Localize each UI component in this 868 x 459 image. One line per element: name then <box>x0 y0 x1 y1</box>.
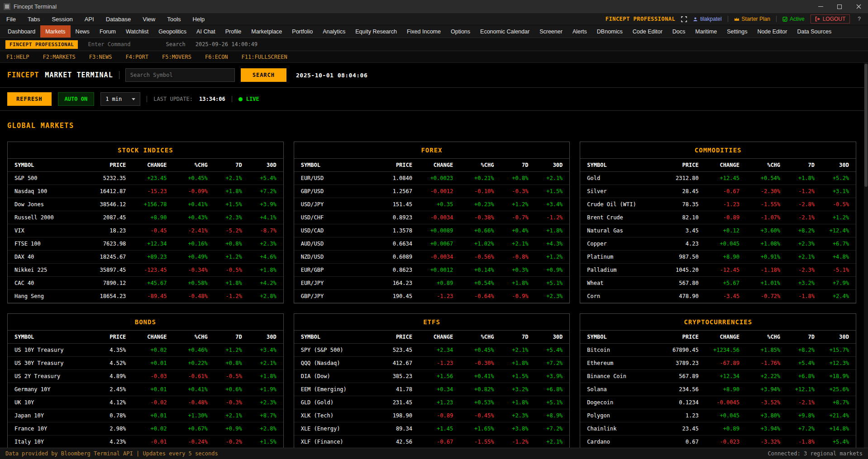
tab-news[interactable]: News <box>71 25 95 38</box>
tab-data-sources[interactable]: Data Sources <box>792 25 836 38</box>
tab-options[interactable]: Options <box>446 25 475 38</box>
tab-maritime[interactable]: Maritime <box>690 25 722 38</box>
tab-settings[interactable]: Settings <box>722 25 752 38</box>
table-row[interactable]: EUR/JPY164.23+0.89+0.54%+1.8%+5.1% <box>294 277 570 290</box>
table-row[interactable]: CAC 407890.12+45.67+0.58%+1.8%+4.2% <box>8 277 283 290</box>
table-row[interactable]: Nikkei 22535897.45-123.45-0.34%-0.5%+1.8… <box>8 264 283 277</box>
tab-dashboard[interactable]: Dashboard <box>3 25 40 38</box>
function-key-f3[interactable]: F3:NEWS <box>89 54 112 60</box>
function-key-f1[interactable]: F1:HELP <box>6 54 29 60</box>
table-row[interactable]: US 2Y Treasury4.89%-0.03-0.61%-0.5%+1.8% <box>8 370 283 383</box>
table-row[interactable]: UK 10Y4.12%-0.02-0.48%-0.3%+2.3% <box>8 396 283 409</box>
table-row[interactable]: Cardano0.67-0.023-3.32%-1.8%+5.4% <box>580 435 856 448</box>
table-row[interactable]: FTSE 1007623.98+12.34+0.16%+0.8%+2.3% <box>8 237 283 251</box>
tab-marketplace[interactable]: Marketplace <box>246 25 287 38</box>
table-row[interactable]: Japan 10Y0.78%+0.01+1.30%+2.1%+8.7% <box>8 409 283 422</box>
table-row[interactable]: Chainlink23.45+0.89+3.94%+7.2%+14.8% <box>580 422 856 435</box>
table-row[interactable]: US 10Y Treasury4.35%+0.02+0.46%+1.2%+3.4… <box>8 344 283 357</box>
symbol-search-input[interactable] <box>125 68 235 82</box>
function-key-f4[interactable]: F4:PORT <box>125 54 148 60</box>
table-row[interactable]: Hang Seng18654.23-89.45-0.48%-1.2%+2.8% <box>8 290 283 303</box>
interval-select[interactable]: 1 min <box>100 92 140 106</box>
table-row[interactable]: France 10Y2.98%+0.02+0.67%+0.9%+2.8% <box>8 422 283 435</box>
tab-code-editor[interactable]: Code Editor <box>628 25 668 38</box>
function-key-f5[interactable]: F5:MOVERS <box>162 54 191 60</box>
table-row[interactable]: Binance Coin567.89+12.34+2.22%+6.8%+18.9… <box>580 370 856 383</box>
close-icon[interactable] <box>849 0 868 13</box>
table-row[interactable]: USD/JPY151.45+0.35+0.23%+1.2%+3.4% <box>294 198 570 211</box>
table-row[interactable]: Bitcoin67890.45+1234.56+1.85%+8.2%+15.7% <box>580 344 856 357</box>
table-row[interactable]: SPY (S&P 500)523.45+2.34+0.45%+2.1%+5.4% <box>294 344 570 357</box>
table-row[interactable]: GLD (Gold)231.45+1.23+0.53%+1.8%+5.1% <box>294 396 570 409</box>
tab-portfolio[interactable]: Portfolio <box>287 25 318 38</box>
table-row[interactable]: Copper4.23+0.045+1.08%+2.3%+6.7% <box>580 237 856 251</box>
table-row[interactable]: EUR/USD1.0840+0.0023+0.21%+0.8%+2.1% <box>294 172 570 185</box>
menu-session[interactable]: Session <box>46 13 78 25</box>
menu-tabs[interactable]: Tabs <box>22 13 46 25</box>
table-row[interactable]: XLF (Finance)42.56-0.67-1.55%-1.2%+2.1% <box>294 435 570 448</box>
auto-refresh-toggle[interactable]: AUTO ON <box>58 92 95 106</box>
table-row[interactable]: Russell 20002087.45+8.90+0.43%+2.3%+4.1% <box>8 211 283 224</box>
help-icon[interactable]: ? <box>856 16 863 22</box>
command-search-button[interactable]: Search <box>166 41 185 47</box>
minimize-icon[interactable] <box>811 0 830 13</box>
refresh-button[interactable]: REFRESH <box>7 92 52 106</box>
table-row[interactable]: Ethereum3789.23-67.89-1.76%+5.4%+12.3% <box>580 357 856 370</box>
maximize-icon[interactable] <box>830 0 849 13</box>
table-row[interactable]: USD/CAD1.3578+0.0089+0.66%+0.4%+1.8% <box>294 224 570 237</box>
table-row[interactable]: Crude Oil (WTI)78.35-1.23-1.55%-2.8%-0.5… <box>580 198 856 211</box>
user-account[interactable]: tilakpatel <box>693 16 721 22</box>
tab-node-editor[interactable]: Node Editor <box>752 25 792 38</box>
table-row[interactable]: Wheat567.80+5.67+1.01%+3.2%+7.9% <box>580 277 856 290</box>
menu-api[interactable]: API <box>79 13 100 25</box>
table-row[interactable]: Solana234.56+8.90+3.94%+12.1%+25.6% <box>580 383 856 396</box>
scrollbar[interactable] <box>864 63 868 448</box>
table-row[interactable]: US 30Y Treasury4.52%+0.01+0.22%+0.8%+2.1… <box>8 357 283 370</box>
table-row[interactable]: USD/CHF0.8923-0.0034-0.38%-0.7%-1.2% <box>294 211 570 224</box>
table-row[interactable]: NZD/USD0.6089-0.0034-0.56%-0.8%+1.2% <box>294 251 570 264</box>
table-row[interactable]: Silver28.45-0.67-2.30%-1.2%+3.1% <box>580 185 856 198</box>
logout-button[interactable]: LOGOUT <box>811 14 850 24</box>
tab-forum[interactable]: Forum <box>95 25 121 38</box>
table-row[interactable]: VIX18.23-0.45-2.41%-5.2%-8.7% <box>8 224 283 237</box>
table-row[interactable]: Italy 10Y4.23%-0.01-0.24%-0.2%+1.5% <box>8 435 283 448</box>
menu-tools[interactable]: Tools <box>161 13 186 25</box>
table-row[interactable]: Brent Crude82.10-0.89-1.07%-2.1%+1.2% <box>580 211 856 224</box>
tab-geopolitics[interactable]: Geopolitics <box>153 25 191 38</box>
table-row[interactable]: Germany 10Y2.45%+0.01+0.41%+0.6%+1.9% <box>8 383 283 396</box>
tab-analytics[interactable]: Analytics <box>318 25 350 38</box>
menu-file[interactable]: File <box>5 13 22 25</box>
table-row[interactable]: QQQ (Nasdaq)412.67-1.23-0.30%+1.8%+7.2% <box>294 357 570 370</box>
table-row[interactable]: Dogecoin0.1234-0.0045-3.52%-2.1%+8.7% <box>580 396 856 409</box>
table-row[interactable]: GBP/JPY190.45-1.23-0.64%-0.9%+2.3% <box>294 290 570 303</box>
table-row[interactable]: AUD/USD0.6634+0.0067+1.02%+2.1%+4.3% <box>294 237 570 251</box>
tab-profile[interactable]: Profile <box>220 25 246 38</box>
tab-docs[interactable]: Docs <box>668 25 690 38</box>
command-input[interactable] <box>88 41 156 47</box>
function-key-f11[interactable]: F11:FULLSCREEN <box>242 54 287 60</box>
table-row[interactable]: Corn478.90-3.45-0.72%-1.8%+2.4% <box>580 290 856 303</box>
table-row[interactable]: Gold2312.80+12.45+0.54%+1.8%+5.2% <box>580 172 856 185</box>
table-row[interactable]: Palladium1045.20-12.45-1.18%-2.3%-5.1% <box>580 264 856 277</box>
table-row[interactable]: Polygon1.23+0.045+3.80%+9.8%+21.4% <box>580 409 856 422</box>
table-row[interactable]: Natural Gas3.45+0.12+3.60%+8.2%+12.4% <box>580 224 856 237</box>
table-row[interactable]: EEM (Emerging)41.78+0.34+0.82%+3.2%+6.8% <box>294 383 570 396</box>
table-row[interactable]: Platinum987.50+8.90+0.91%+2.1%+4.8% <box>580 251 856 264</box>
menu-view[interactable]: View <box>137 13 161 25</box>
tab-markets[interactable]: Markets <box>40 25 70 38</box>
table-row[interactable]: XLE (Energy)89.34+1.45+1.65%+3.8%+7.2% <box>294 422 570 435</box>
table-row[interactable]: DAX 4018245.67+89.23+0.49%+1.2%+4.6% <box>8 251 283 264</box>
scrollbar-thumb[interactable] <box>864 64 868 187</box>
function-key-f6[interactable]: F6:ECON <box>205 54 228 60</box>
menu-database[interactable]: Database <box>100 13 137 25</box>
tab-watchlist[interactable]: Watchlist <box>121 25 153 38</box>
tab-screener[interactable]: Screener <box>534 25 568 38</box>
tab-ai-chat[interactable]: AI Chat <box>191 25 220 38</box>
tab-equity-research[interactable]: Equity Research <box>350 25 402 38</box>
table-row[interactable]: S&P 5005232.35+23.45+0.45%+2.1%+5.4% <box>8 172 283 185</box>
tab-economic-calendar[interactable]: Economic Calendar <box>475 25 534 38</box>
table-row[interactable]: DIA (Dow)385.23+1.56+0.41%+1.5%+3.9% <box>294 370 570 383</box>
menu-help[interactable]: Help <box>187 13 211 25</box>
search-button[interactable]: SEARCH <box>241 68 286 82</box>
table-row[interactable]: Dow Jones38546.12+156.78+0.41%+1.5%+3.9% <box>8 198 283 211</box>
